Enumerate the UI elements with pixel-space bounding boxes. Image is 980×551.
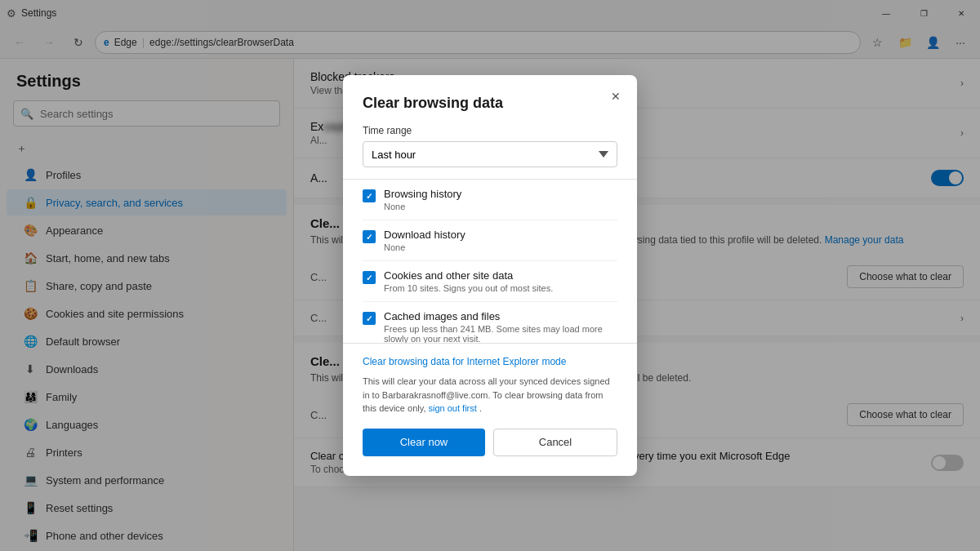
clear-now-button[interactable]: Clear now [363,429,485,456]
cached-text: Cached images and files Frees up less th… [384,310,617,343]
modal-overlay: Clear browsing data ✕ Time range Last ho… [0,0,980,551]
cookies-label: Cookies and other site data [384,269,553,282]
modal-info-text: This will clear your data across all you… [363,375,617,415]
sign-out-link[interactable]: sign out first [429,403,477,413]
cached-checkbox[interactable] [363,312,376,325]
browsing-history-text: Browsing history None [384,188,461,211]
download-history-sub: None [384,242,466,252]
browsing-history-label: Browsing history [384,188,461,200]
cookies-row: Cookies and other site data From 10 site… [363,261,617,302]
clear-browsing-data-modal: Clear browsing data ✕ Time range Last ho… [343,75,637,476]
modal-title: Clear browsing data [363,95,617,112]
cached-row: Cached images and files Frees up less th… [363,302,617,343]
browsing-history-row: Browsing history None [363,180,617,220]
download-history-label: Download history [384,229,466,241]
ie-mode-link[interactable]: Clear browsing data for Internet Explore… [363,356,566,367]
cached-label: Cached images and files [384,310,617,322]
time-range-label: Time range [363,125,617,136]
modal-checkboxes: Browsing history None Download history N… [343,180,637,343]
modal-actions: Clear now Cancel [363,429,617,456]
modal-close-button[interactable]: ✕ [604,85,627,108]
browsing-history-sub: None [384,202,461,211]
cookies-checkbox[interactable] [363,271,376,284]
cached-sub: Frees up less than 241 MB. Some sites ma… [384,324,617,343]
cookies-sub: From 10 sites. Signs you out of most sit… [384,283,553,293]
browsing-history-checkbox[interactable] [363,189,376,202]
download-history-row: Download history None [363,220,617,261]
cancel-button[interactable]: Cancel [493,429,617,456]
modal-info-pre: This will clear your data across all you… [363,376,610,413]
cookies-text: Cookies and other site data From 10 site… [384,269,553,293]
ie-link-section: Clear browsing data for Internet Explore… [363,353,617,368]
modal-info-end: . [479,403,482,413]
download-history-checkbox[interactable] [363,230,376,243]
time-range-select[interactable]: Last hourLast 24 hoursLast 7 daysLast 4 … [363,141,617,167]
download-history-text: Download history None [384,229,466,252]
modal-divider-bottom [343,343,637,344]
